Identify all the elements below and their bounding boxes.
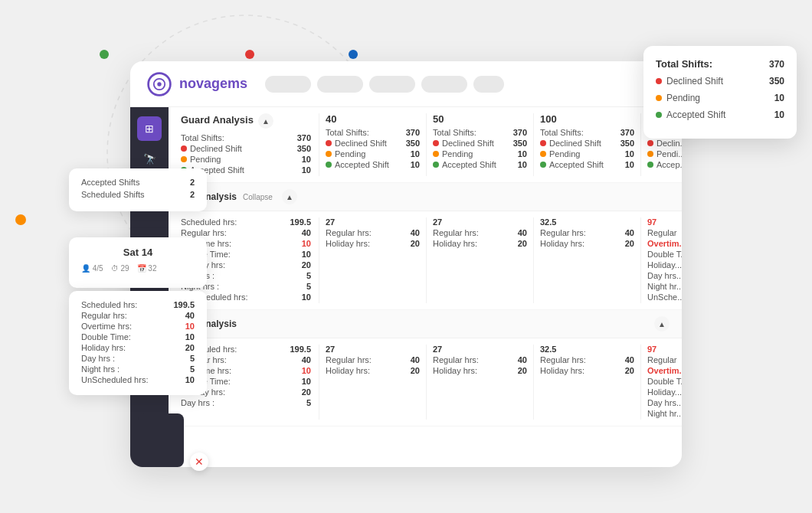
guard-data-col-2: 50 Total Shifts: 370 Declined Shift 350 … xyxy=(426,113,533,176)
legend-accepted-value: 10 xyxy=(774,109,784,120)
nav-pills xyxy=(265,76,666,93)
legend-total-row: Total Shifts: 370 xyxy=(656,58,784,70)
hr-day-2: Day hrs : 5 xyxy=(181,398,311,407)
nav-pill-5[interactable] xyxy=(473,76,504,93)
logo-icon xyxy=(146,70,173,98)
col3-pending: Pending 10 xyxy=(540,149,634,158)
guard-analysis-title: Guard Analysis xyxy=(181,114,254,126)
legend-declined-label: Declined Shift xyxy=(656,76,723,87)
dot-red-4 xyxy=(647,140,653,146)
col2-declined: Declined Shift 350 xyxy=(433,139,527,148)
sat-title: Sat 14 xyxy=(81,247,195,258)
info-scheduled-label: Scheduled Shifts xyxy=(81,190,145,199)
dark-mini-card xyxy=(138,413,184,467)
legend-dot-orange xyxy=(656,95,662,101)
dot-orange-1 xyxy=(326,151,332,157)
dot-orange-2 xyxy=(433,151,439,157)
hd-regular: Regular hrs: 40 xyxy=(81,311,195,320)
pending-label: Pending xyxy=(181,155,221,164)
guard-total-shifts-row: Total Shifts: 370 xyxy=(181,133,311,142)
legend-accepted-row: Accepted Shift 10 xyxy=(656,109,784,120)
hr-regular: Regular hrs: 40 xyxy=(181,228,311,237)
total-shifts-value: 370 xyxy=(297,133,311,142)
hours-chevron-up-1[interactable]: ▲ xyxy=(282,189,297,204)
nav-pill-1[interactable] xyxy=(265,76,311,93)
hd-day: Day hrs : 5 xyxy=(81,354,195,363)
dot-red-3 xyxy=(540,140,546,146)
nav-pill-3[interactable] xyxy=(369,76,415,93)
info-scheduled-row: Scheduled Shifts 2 xyxy=(81,190,195,199)
legend-pending-row: Pending 10 xyxy=(656,93,784,103)
col-num-2: 50 xyxy=(433,113,527,125)
logo-area: novagems xyxy=(146,70,253,98)
hours-data-col-2-1: 27 Regular hrs:40 Holiday hrs:20 xyxy=(319,345,426,420)
collapse-button[interactable]: Collapse xyxy=(243,193,273,201)
hours-data-col-2-2: 27 Regular hrs:40 Holiday hrs:20 xyxy=(426,345,533,420)
guard-col-label: Guard Analysis ▲ Total Shifts: 370 Decli… xyxy=(181,113,319,176)
blue-dot xyxy=(349,50,358,59)
hr-scheduled: Scheduled hrs: 199.5 xyxy=(181,217,311,227)
hours-detail-card: Scheduled hrs: 199.5 Regular hrs: 40 Ove… xyxy=(69,291,207,395)
col1-pending: Pending 10 xyxy=(326,149,420,158)
accepted-value: 10 xyxy=(302,165,311,175)
col4-pending: Pendi... xyxy=(647,149,682,158)
hours-data-col-3: 32.5 Regular hrs:40 Holiday hrs:20 xyxy=(533,217,640,303)
dot-green-4 xyxy=(647,162,653,168)
declined-dot xyxy=(181,145,187,152)
legend-dot-red xyxy=(656,78,662,84)
nav-pill-2[interactable] xyxy=(317,76,363,93)
legend-title: Total Shifts: xyxy=(656,58,712,70)
col-num-3: 100 xyxy=(540,113,634,125)
total-shifts-label: Total Shifts: xyxy=(181,133,224,142)
info-accepted-row: Accepted Shifts 2 xyxy=(81,178,195,187)
legend-total-value: 370 xyxy=(769,59,784,70)
svg-point-4 xyxy=(157,82,161,86)
info-card: Accepted Shifts 2 Scheduled Shifts 2 xyxy=(69,168,207,211)
col2-total: Total Shifts: 370 xyxy=(433,128,527,137)
hours-chevron-up-2[interactable]: ▲ xyxy=(654,316,670,332)
col1-declined: Declined Shift 350 xyxy=(326,139,420,148)
logo-text: novagems xyxy=(179,76,247,92)
guard-pending-row: Pending 10 xyxy=(181,155,311,164)
red-dot xyxy=(245,50,254,59)
hd-night: Night hrs : 5 xyxy=(81,364,195,374)
col1-total: Total Shifts: 370 xyxy=(326,128,420,137)
legend-declined-row: Declined Shift 350 xyxy=(656,76,784,87)
sat-card: Sat 14 👤 4/5 ⏱ 29 📅 32 xyxy=(69,237,207,288)
col4-accepted: Accep... xyxy=(647,160,682,169)
sidebar-icon-grid[interactable]: ⊞ xyxy=(137,116,162,141)
hd-scheduled: Scheduled hrs: 199.5 xyxy=(81,300,195,309)
nav-pill-4[interactable] xyxy=(421,76,467,93)
hours-analysis-header-2: nes Analysis ▲ xyxy=(169,310,682,338)
legend-pending-label: Pending xyxy=(656,93,700,103)
guard-analysis-chevron-up[interactable]: ▲ xyxy=(258,113,273,129)
legend-declined-value: 350 xyxy=(769,76,784,87)
hd-holiday: Holiday hrs: 20 xyxy=(81,343,195,352)
dot-green-3 xyxy=(540,162,546,168)
hours-data-col-2-4: 97 Regular Overtim... Double T... Holida… xyxy=(640,345,682,420)
hours-data-col-2-3: 32.5 Regular hrs:40 Holiday hrs:20 xyxy=(533,345,640,420)
hd-overtime: Overtime hrs: 10 xyxy=(81,322,195,331)
hd-unscheduled: UnScheduled hrs: 10 xyxy=(81,375,195,384)
orange-dot xyxy=(15,214,26,225)
info-accepted-value: 2 xyxy=(190,178,195,187)
hours-data-col-2: 27 Regular hrs:40 Holiday hrs:20 xyxy=(426,217,533,303)
pending-dot xyxy=(181,156,187,162)
dot-green-2 xyxy=(433,162,439,168)
col-num-1: 40 xyxy=(326,113,420,125)
col1-accepted: Accepted Shift 10 xyxy=(326,160,420,169)
main-dashboard: novagems ⊞ 🔭 Guard Analysis ▲ Total Shif… xyxy=(130,61,682,467)
col4-declined: Declin... xyxy=(647,139,682,148)
dot-green-1 xyxy=(326,162,332,168)
guard-data-col-1: 40 Total Shifts: 370 Declined Shift 350 … xyxy=(319,113,426,176)
close-button[interactable]: ✕ xyxy=(190,453,208,471)
pending-value: 10 xyxy=(302,155,311,164)
guard-data-col-3: 100 Total Shifts: 370 Declined Shift 350… xyxy=(533,113,640,176)
green-dot xyxy=(100,50,109,59)
content-area: Guard Analysis ▲ Total Shifts: 370 Decli… xyxy=(169,107,682,467)
col3-total: Total Shifts: 370 xyxy=(540,128,634,137)
legend-accepted-label: Accepted Shift xyxy=(656,109,725,120)
declined-label: Declined Shift xyxy=(181,144,242,153)
hours-data-col-4: 97 Regular Overtim... Double T... Holida… xyxy=(640,217,682,303)
guard-analysis-row: Guard Analysis ▲ Total Shifts: 370 Decli… xyxy=(169,107,682,183)
